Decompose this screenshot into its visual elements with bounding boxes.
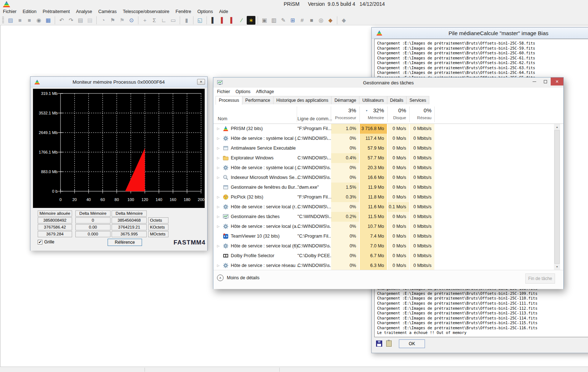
open-image-icon[interactable]: ▨ [6, 16, 15, 25]
clock-icon[interactable]: ◔ [99, 16, 108, 25]
taskman-menu-affichage[interactable]: Affichage [256, 89, 274, 94]
info-icon[interactable]: ◉ [34, 16, 43, 25]
process-row[interactable]: ▷Hôte de service : service local (a...C:… [213, 222, 563, 231]
calendar-icon[interactable]: ▦ [44, 16, 53, 25]
ok-button[interactable]: OK [399, 339, 425, 348]
scrollbar-thumb[interactable] [554, 130, 560, 264]
transfer-icon[interactable]: ◱ [196, 16, 204, 25]
process-row[interactable]: ▷PRISM (32 bits)"F:\Program Fil...1.0%3 … [213, 124, 563, 134]
expand-chevron-icon[interactable]: ▷ [217, 264, 220, 267]
sum-icon[interactable]: Σ [150, 16, 159, 25]
expand-chevron-icon[interactable]: ▷ [217, 156, 220, 160]
square-icon[interactable]: ■ [307, 16, 316, 25]
process-row[interactable]: ▷Indexeur Microsoft Windows Se...C:\WIND… [213, 173, 563, 183]
battery-icon[interactable]: ▮ [182, 16, 191, 25]
menu-pr-traitement[interactable]: Prétraitement [43, 9, 70, 14]
stop2-icon[interactable]: ■ [25, 16, 34, 25]
process-row[interactable]: ▷Hôte de service : service local (r...C:… [213, 202, 563, 212]
menu-fen-tre[interactable]: Fenêtre [176, 9, 191, 14]
column-header-name[interactable]: Nom [218, 116, 227, 121]
tab-historique-des-applications[interactable]: Historique des applications [273, 96, 331, 104]
process-row[interactable]: ▷Explorateur WindowsC:\WINDOWS\...0.4%57… [213, 153, 563, 163]
expand-chevron-icon[interactable]: ▷ [217, 146, 220, 150]
expand-chevron-icon[interactable]: ▷ [217, 166, 220, 170]
stop-icon[interactable]: ■ [16, 16, 24, 25]
log-window-titlebar[interactable]: Pile médianeCalcule "master" image Bias [372, 28, 588, 39]
taskman-menu-options[interactable]: Options [235, 89, 250, 94]
histogram-icon[interactable]: ▌ [209, 16, 218, 25]
column-header-cpu[interactable]: Processeur [331, 116, 356, 120]
expand-chevron-icon[interactable]: ▷ [217, 205, 220, 209]
minimize-icon[interactable] [529, 78, 540, 85]
process-table-header[interactable]: Nom Ligne de comm... 3% Processeur ▾32% … [213, 104, 563, 124]
maximize-icon[interactable] [540, 78, 551, 85]
process-row[interactable]: ▷Gestionnaire des tâches"C:\WINDOWS\...0… [213, 212, 563, 222]
undo-icon[interactable]: ↶ [57, 16, 66, 25]
export-icon[interactable]: ◆ [326, 16, 335, 25]
mem-percent[interactable]: ▾32% [360, 107, 384, 113]
scroll-up-icon[interactable]: ▴ [554, 124, 560, 130]
process-row[interactable]: Gestionnaire de fenêtres du Bur..."dwm.e… [213, 183, 563, 192]
expand-chevron-icon[interactable]: ▷ [217, 215, 220, 218]
save-icon[interactable]: ▣ [260, 16, 269, 25]
menu-edition[interactable]: Edition [23, 9, 37, 14]
tab-services[interactable]: Services [406, 96, 429, 104]
process-row[interactable]: ▷PicPick (32 bits)"F:\Program Fil...0.3%… [213, 192, 563, 202]
menu-aide[interactable]: Aide [219, 9, 228, 14]
starfield-icon[interactable]: ∗ [247, 16, 255, 25]
paste-icon[interactable]: ▤ [86, 16, 94, 25]
memory-window-titlebar[interactable]: Moniteur mémoire Processus 0x00000F64 ✕ [30, 77, 207, 87]
grid-icon[interactable]: # [298, 16, 306, 25]
marker2-icon[interactable]: ⚑ [118, 16, 126, 25]
column-header-cmd[interactable]: Ligne de comm... [297, 116, 332, 121]
taskman-titlebar[interactable]: Gestionnaire des tâches ✕ [213, 78, 563, 88]
zoom-icon[interactable]: ⊙ [127, 16, 136, 25]
process-row[interactable]: Dolby Profile Selector"C:\Dolby PCEE...0… [213, 251, 563, 261]
process-row[interactable]: TeamViewer 10 (32 bits)"C:\Program Fil..… [213, 231, 563, 241]
taskman-menu-fichier[interactable]: Fichier [217, 89, 230, 94]
pen-icon[interactable]: ✎ [279, 16, 288, 25]
expand-chevron-icon[interactable]: ▷ [217, 225, 220, 228]
tab-processus[interactable]: Processus [216, 96, 242, 105]
axes-icon[interactable]: ∟ [159, 16, 168, 25]
close-icon[interactable]: ✕ [197, 79, 205, 85]
expand-chevron-icon[interactable]: ▷ [217, 127, 220, 130]
tab-performance[interactable]: Performance [242, 96, 274, 104]
process-row[interactable]: ▷Hôte de service : service local (6)C:\W… [213, 241, 563, 251]
grid-checkbox[interactable]: ✔ [38, 240, 42, 244]
cpu-percent[interactable]: 3% [331, 107, 356, 113]
close-icon[interactable]: ✕ [551, 78, 563, 85]
process-row[interactable]: ▷Hôte de service : système local (...C:\… [213, 134, 563, 143]
expand-chevron-icon[interactable]: ▷ [217, 176, 220, 179]
tab-d-marrage[interactable]: Démarrage [331, 96, 359, 104]
menu-options[interactable]: Options [197, 9, 213, 14]
scroll-down-icon[interactable]: ▾ [554, 264, 560, 270]
copy-log-icon[interactable] [386, 340, 392, 347]
crosshair-icon[interactable]: + [141, 16, 149, 25]
selection-icon[interactable]: ▭ [169, 16, 178, 25]
expand-chevron-icon[interactable]: ▷ [217, 137, 220, 140]
telescope-icon[interactable]: ∕ [237, 16, 246, 25]
grid-blue-icon[interactable]: ⊞ [288, 16, 297, 25]
tools-icon[interactable]: ◆ [339, 16, 348, 25]
column-header-net[interactable]: Réseau [410, 116, 431, 120]
save-log-icon[interactable] [376, 340, 382, 347]
menu-analyse[interactable]: Analyse [76, 9, 92, 14]
menu-telescope-observatoire[interactable]: Telescope/observatoire [123, 9, 170, 14]
target-icon[interactable]: ◎ [317, 16, 325, 25]
columns-icon[interactable]: ▥ [270, 16, 278, 25]
end-task-button[interactable]: Fin de tâche [525, 273, 555, 284]
expand-chevron-icon[interactable]: ▷ [217, 195, 220, 199]
net-percent[interactable]: 0% [410, 107, 431, 113]
column-header-mem[interactable]: Mémoire [360, 116, 384, 120]
column-header-disk[interactable]: Disque [388, 116, 406, 120]
reference-button[interactable]: Référence [108, 239, 142, 246]
histogram-red2-icon[interactable]: ▌ [218, 16, 227, 25]
copy-icon[interactable]: ▤ [76, 16, 85, 25]
scrollbar[interactable]: ▴ ▾ [554, 124, 560, 270]
menu-fichier[interactable]: Fichier [3, 9, 17, 14]
expand-chevron-icon[interactable]: ▷ [217, 244, 220, 248]
less-details-toggle[interactable]: ∧ Moins de détails [217, 275, 259, 281]
menu-cam-ras[interactable]: Caméras [98, 9, 117, 14]
histogram-red3-icon[interactable]: ▌ [228, 16, 237, 25]
